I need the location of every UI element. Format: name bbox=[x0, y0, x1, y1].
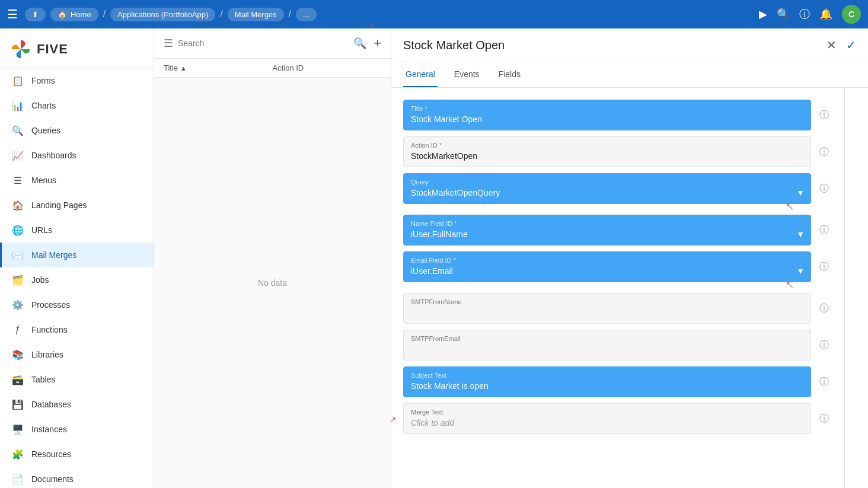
detail-title: Stock Market Open bbox=[403, 39, 505, 52]
main-layout: FIVE 📋Forms📊Charts🔍Queries📈Dashboards☰Me… bbox=[0, 28, 868, 488]
filter-icon[interactable]: ☰ bbox=[164, 37, 173, 50]
tab-events[interactable]: Events bbox=[452, 62, 482, 87]
smtp-from-email-label: SMTPFromEmail bbox=[411, 335, 803, 342]
search-nav-icon[interactable]: 🔍 bbox=[777, 8, 790, 21]
sidebar-item-libraries[interactable]: 📚Libraries bbox=[0, 342, 154, 367]
sidebar-item-databases[interactable]: 💾Databases bbox=[0, 392, 154, 417]
subject-text-help-icon[interactable]: ⓘ bbox=[816, 374, 832, 390]
name-field-id-label: Name Field ID * bbox=[411, 220, 803, 227]
sidebar: FIVE 📋Forms📊Charts🔍Queries📈Dashboards☰Me… bbox=[0, 28, 154, 488]
sidebar-label-urls: URLs bbox=[31, 225, 52, 235]
action-id-column-header: Action ID bbox=[273, 63, 382, 72]
sort-icon[interactable]: ▲ bbox=[180, 65, 187, 72]
sidebar-label-queries: Queries bbox=[31, 126, 60, 135]
tab-fields[interactable]: Fields bbox=[496, 62, 523, 87]
detail-header: Stock Market Open ✕ ✓ bbox=[391, 28, 868, 62]
databases-icon: 💾 bbox=[11, 398, 24, 411]
breadcrumb-sep-1: / bbox=[103, 9, 106, 20]
sidebar-item-dashboards[interactable]: 📈Dashboards bbox=[0, 143, 154, 168]
sidebar-label-libraries: Libraries bbox=[31, 350, 63, 359]
sidebar-label-charts: Charts bbox=[31, 101, 56, 110]
smtp-from-name-field[interactable]: SMTPFromName bbox=[403, 293, 811, 324]
sidebar-item-charts[interactable]: 📊Charts bbox=[0, 93, 154, 118]
smtp-from-email-field[interactable]: SMTPFromEmail bbox=[403, 330, 811, 361]
sidebar-item-queries[interactable]: 🔍Queries bbox=[0, 118, 154, 143]
nav-more-button[interactable]: ... bbox=[296, 8, 317, 21]
sidebar-item-processes[interactable]: ⚙️Processes bbox=[0, 292, 154, 317]
sidebar-item-tables[interactable]: 🗃️Tables bbox=[0, 367, 154, 392]
action-id-field[interactable]: Action ID * StockMarketOpen bbox=[403, 136, 811, 167]
sidebar-item-resources[interactable]: 🧩Resources bbox=[0, 442, 154, 467]
sidebar-items-container: 📋Forms📊Charts🔍Queries📈Dashboards☰Menus🏠L… bbox=[0, 68, 154, 488]
email-field-id-help-icon[interactable]: ⓘ bbox=[816, 259, 832, 275]
sidebar-item-jobs[interactable]: 🗂️Jobs bbox=[0, 267, 154, 292]
sidebar-item-instances[interactable]: 🖥️Instances bbox=[0, 417, 154, 442]
nav-app-button[interactable]: Applications (PortfolioApp) bbox=[110, 8, 215, 21]
merge-text-label: Merge Text bbox=[411, 409, 803, 416]
name-field-id-help-icon[interactable]: ⓘ bbox=[816, 222, 832, 238]
sidebar-item-mail-merges[interactable]: ✉️Mail Merges bbox=[0, 243, 154, 267]
subject-text-field[interactable]: Subject Text Stock Market is open bbox=[403, 366, 811, 397]
merge-text-field[interactable]: Merge Text Click to add ↑ bbox=[403, 403, 811, 434]
merge-arrow-annotation: ↑ bbox=[391, 412, 401, 428]
sidebar-item-urls[interactable]: 🌐URLs bbox=[0, 218, 154, 243]
detail-body: Title * Stock Market Open ⓘ Action ID * … bbox=[391, 88, 844, 488]
merge-text-help-icon[interactable]: ⓘ bbox=[816, 410, 832, 427]
search-input[interactable] bbox=[178, 39, 349, 48]
smtp-from-email-help-icon[interactable]: ⓘ bbox=[816, 337, 832, 353]
title-field[interactable]: Title * Stock Market Open bbox=[403, 100, 811, 130]
email-field-id-row: Email Field ID * iUser.Email ▼ ↑ ⓘ bbox=[403, 251, 832, 282]
content-panel: ☰ 🔍 + ↑ Title ▲ Action ID No data bbox=[154, 28, 391, 488]
tables-icon: 🗃️ bbox=[11, 373, 24, 386]
bell-icon[interactable]: 🔔 bbox=[819, 8, 832, 21]
smtp-from-name-row: SMTPFromName ⓘ bbox=[403, 293, 832, 324]
email-field-id-field[interactable]: Email Field ID * iUser.Email ▼ ↑ bbox=[403, 251, 811, 282]
nav-up-button[interactable]: ⬆ bbox=[25, 8, 46, 21]
avatar-label: C bbox=[848, 9, 854, 19]
charts-icon: 📊 bbox=[11, 99, 24, 112]
search-icon[interactable]: 🔍 bbox=[353, 37, 366, 50]
subject-text-label: Subject Text bbox=[411, 372, 803, 379]
sidebar-item-menus[interactable]: ☰Menus bbox=[0, 168, 154, 193]
add-button[interactable]: + ↑ bbox=[374, 36, 381, 51]
action-id-help-icon[interactable]: ⓘ bbox=[816, 143, 832, 160]
nav-right-actions: ▶ 🔍 ⓘ 🔔 C bbox=[759, 5, 861, 24]
panel-header: ☰ 🔍 + ↑ bbox=[154, 28, 391, 59]
query-field[interactable]: Query StockMarketOpenQuery ▼ ↑ bbox=[403, 173, 811, 204]
instances-icon: 🖥️ bbox=[11, 423, 24, 436]
sidebar-label-jobs: Jobs bbox=[31, 275, 49, 285]
breadcrumb-sep-3: / bbox=[289, 9, 291, 20]
nav-home-button[interactable]: 🏠 Home bbox=[50, 8, 98, 21]
more-label: ... bbox=[303, 10, 309, 19]
smtp-from-email-row: SMTPFromEmail ⓘ bbox=[403, 330, 832, 361]
query-arrow-annotation: ↑ bbox=[781, 199, 797, 214]
tab-general[interactable]: General bbox=[403, 62, 438, 87]
landing-pages-icon: 🏠 bbox=[11, 199, 24, 212]
documents-icon: 📄 bbox=[11, 473, 24, 486]
sidebar-item-documents[interactable]: 📄Documents bbox=[0, 467, 154, 488]
query-dropdown-arrow[interactable]: ▼ bbox=[796, 188, 805, 197]
action-id-field-label: Action ID * bbox=[411, 142, 803, 149]
sidebar-item-functions[interactable]: ƒFunctions bbox=[0, 317, 154, 342]
detail-header-actions: ✕ ✓ bbox=[826, 38, 856, 52]
nav-mailmerges-button[interactable]: Mail Merges bbox=[228, 8, 284, 21]
name-field-dropdown-arrow[interactable]: ▼ bbox=[796, 229, 805, 239]
sidebar-item-landing-pages[interactable]: 🏠Landing Pages bbox=[0, 193, 154, 218]
smtp-from-name-help-icon[interactable]: ⓘ bbox=[816, 300, 832, 317]
sidebar-item-forms[interactable]: 📋Forms bbox=[0, 68, 154, 93]
sidebar-label-functions: Functions bbox=[31, 325, 68, 334]
email-field-dropdown-arrow[interactable]: ▼ bbox=[796, 266, 805, 276]
email-field-id-value: iUser.Email bbox=[411, 266, 803, 276]
dashboards-icon: 📈 bbox=[11, 149, 24, 162]
confirm-icon[interactable]: ✓ bbox=[846, 38, 856, 52]
query-help-icon[interactable]: ⓘ bbox=[816, 180, 832, 197]
action-id-field-value: StockMarketOpen bbox=[411, 151, 803, 161]
play-icon[interactable]: ▶ bbox=[759, 8, 767, 21]
help-icon[interactable]: ⓘ bbox=[799, 7, 810, 21]
title-help-icon[interactable]: ⓘ bbox=[816, 107, 832, 123]
panel-header-icons: 🔍 + ↑ bbox=[353, 36, 381, 51]
close-icon[interactable]: ✕ bbox=[826, 38, 837, 52]
menu-icon[interactable]: ☰ bbox=[7, 7, 18, 21]
name-field-id-field[interactable]: Name Field ID * iUser.FullName ▼ bbox=[403, 215, 811, 245]
user-avatar[interactable]: C bbox=[842, 5, 861, 24]
